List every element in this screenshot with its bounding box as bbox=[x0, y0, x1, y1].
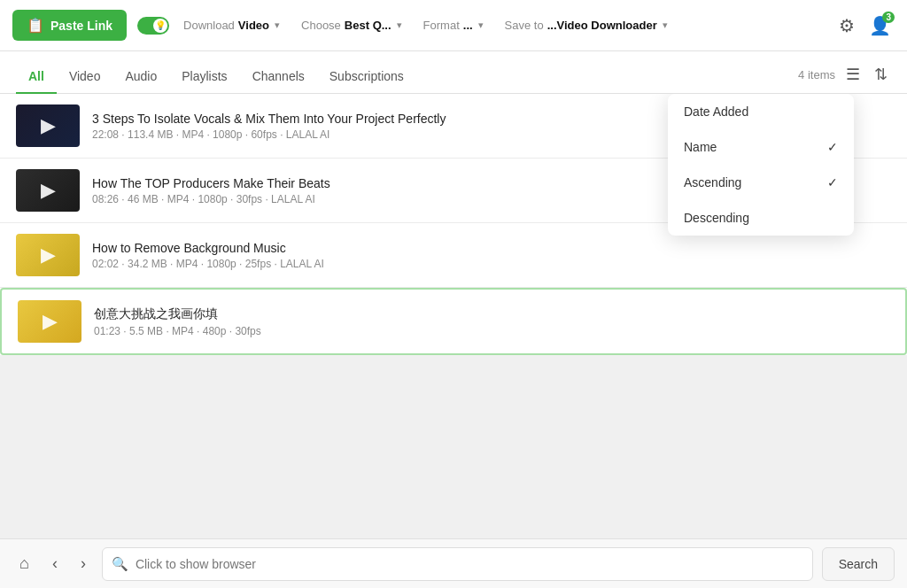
toolbar: 📋 Paste Link 💡 Download Video ▾ Choose B… bbox=[0, 0, 907, 51]
sort-dropdown: Date Added Name ✓ Ascending ✓ Descending bbox=[668, 94, 854, 236]
toggle-thumb: 💡 bbox=[153, 19, 167, 33]
video-item-4[interactable]: ▶ 创意大挑战之我画你填 01:23 · 5.5 MB · MP4 · 480p… bbox=[0, 288, 907, 355]
thumbnail-3: ▶ bbox=[16, 234, 80, 276]
sort-label-ascending: Ascending bbox=[684, 175, 741, 190]
toggle-track[interactable]: 💡 bbox=[137, 17, 169, 35]
paste-icon: 📋 bbox=[27, 17, 44, 34]
bottom-bar: ⌂ ‹ › 🔍 Search bbox=[0, 538, 907, 588]
search-label: Search bbox=[839, 557, 878, 571]
video-info-3: How to Remove Background Music 02:02 · 3… bbox=[92, 241, 891, 270]
forward-button[interactable]: › bbox=[74, 549, 93, 578]
save-to-label: Save to bbox=[505, 19, 544, 32]
format-chevron-icon: ▾ bbox=[478, 19, 484, 31]
sort-item-name[interactable]: Name ✓ bbox=[668, 129, 854, 165]
quality-dropdown[interactable]: Choose Best Q... ▾ bbox=[294, 14, 409, 36]
video-meta-3: 02:02 · 34.2 MB · MP4 · 1080p · 25fps · … bbox=[92, 258, 891, 270]
format-label: Format bbox=[423, 19, 460, 32]
search-button[interactable]: Search bbox=[822, 547, 895, 581]
quality-chevron-icon: ▾ bbox=[397, 19, 402, 31]
sort-button[interactable]: ⇅ bbox=[871, 63, 891, 86]
settings-button[interactable]: ⚙ bbox=[835, 12, 858, 40]
format-value: ... bbox=[463, 19, 473, 32]
browser-input[interactable] bbox=[136, 557, 803, 571]
video-title-3: How to Remove Background Music bbox=[92, 241, 891, 255]
save-to-dropdown[interactable]: Save to ...Video Downloader ▾ bbox=[498, 14, 675, 36]
back-icon: ‹ bbox=[52, 554, 58, 572]
thumb-bg-2: ▶ bbox=[16, 169, 80, 212]
tab-playlists[interactable]: Playlists bbox=[169, 60, 239, 94]
tab-all[interactable]: All bbox=[16, 60, 57, 94]
video-meta-4: 01:23 · 5.5 MB · MP4 · 480p · 30fps bbox=[94, 325, 889, 337]
sort-check-name: ✓ bbox=[827, 140, 838, 154]
thumb-bg-1: ▶ bbox=[16, 104, 80, 147]
account-button[interactable]: 👤 3 bbox=[865, 12, 895, 40]
video-title-4: 创意大挑战之我画你填 bbox=[94, 306, 889, 322]
thumbnail-2: ▶ bbox=[16, 169, 80, 212]
notification-badge: 3 bbox=[882, 12, 895, 23]
toolbar-right: ⚙ 👤 3 bbox=[835, 12, 895, 40]
forward-icon: › bbox=[81, 554, 86, 572]
download-type-value: Video bbox=[238, 19, 269, 32]
sort-label-name: Name bbox=[684, 140, 717, 154]
main-content: ▶ 3 Steps To Isolate Vocals & Mix Them I… bbox=[0, 94, 907, 538]
tab-audio[interactable]: Audio bbox=[112, 60, 169, 94]
back-button[interactable]: ‹ bbox=[45, 549, 65, 578]
tab-subscriptions[interactable]: Subscriptions bbox=[317, 60, 416, 94]
download-label: Download bbox=[183, 19, 235, 32]
thumb-bg-3: ▶ bbox=[16, 234, 80, 276]
sort-item-date-added[interactable]: Date Added bbox=[668, 94, 854, 129]
save-to-value: ...Video Downloader bbox=[547, 19, 657, 32]
browser-search-icon: 🔍 bbox=[112, 556, 128, 572]
tabs-right: 4 items ☰ ⇅ bbox=[798, 63, 891, 93]
home-icon: ⌂ bbox=[19, 554, 29, 572]
tabs-bar: All Video Audio Playlists Channels Subsc… bbox=[0, 51, 907, 94]
search-list-icon: ☰ bbox=[846, 66, 860, 83]
sort-check-ascending: ✓ bbox=[827, 175, 838, 190]
paste-link-label: Paste Link bbox=[50, 19, 112, 33]
download-toggle[interactable]: 💡 bbox=[137, 17, 169, 35]
tab-channels[interactable]: Channels bbox=[240, 60, 317, 94]
video-info-4: 创意大挑战之我画你填 01:23 · 5.5 MB · MP4 · 480p ·… bbox=[94, 306, 889, 337]
sort-label-descending: Descending bbox=[684, 211, 749, 225]
format-dropdown[interactable]: Format ... ▾ bbox=[416, 14, 491, 36]
browser-input-wrap[interactable]: 🔍 bbox=[102, 547, 813, 581]
thumbnail-4: ▶ bbox=[18, 300, 81, 343]
sort-item-ascending[interactable]: Ascending ✓ bbox=[668, 165, 854, 200]
paste-link-button[interactable]: 📋 Paste Link bbox=[12, 10, 127, 41]
sort-label-date-added: Date Added bbox=[684, 104, 748, 119]
sort-icon: ⇅ bbox=[874, 66, 888, 83]
home-button[interactable]: ⌂ bbox=[12, 549, 36, 578]
thumb-bg-4: ▶ bbox=[18, 300, 81, 343]
search-list-button[interactable]: ☰ bbox=[842, 63, 864, 86]
sort-item-descending[interactable]: Descending bbox=[668, 200, 854, 236]
quality-value: Best Q... bbox=[345, 19, 391, 32]
thumbnail-1: ▶ bbox=[16, 104, 80, 147]
items-count: 4 items bbox=[798, 68, 835, 81]
download-type-dropdown[interactable]: Download Video ▾ bbox=[176, 14, 287, 36]
tab-video[interactable]: Video bbox=[57, 60, 113, 94]
download-chevron-icon: ▾ bbox=[275, 19, 280, 31]
save-to-chevron-icon: ▾ bbox=[663, 19, 668, 31]
bulb-icon: 💡 bbox=[155, 20, 166, 30]
choose-label: Choose bbox=[301, 19, 341, 32]
